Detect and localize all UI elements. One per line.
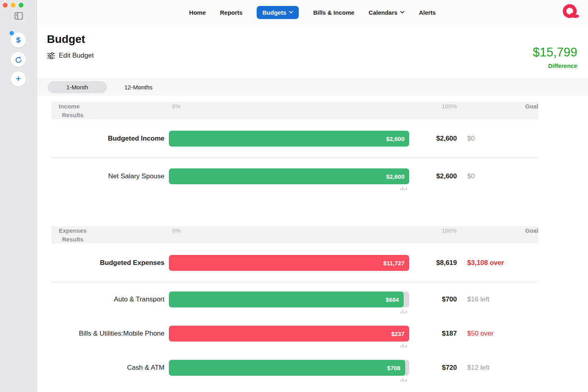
mini-bar-chart-icon[interactable] — [400, 343, 408, 348]
nav-home-label: Home — [189, 9, 206, 16]
bar-value: $2,600 — [386, 135, 404, 142]
sidebar-toggle-icon[interactable] — [14, 12, 23, 20]
col-header-100pct: 100% — [409, 227, 457, 234]
difference-summary: $15,799 Difference — [533, 45, 577, 69]
mini-bar-chart-icon[interactable] — [400, 185, 408, 190]
bar-value: $708 — [387, 365, 400, 371]
progress-track: $708 — [169, 360, 409, 376]
bar-value: $2,600 — [386, 173, 404, 180]
col-header-goal: Goal — [457, 103, 538, 110]
section-header: Expenses0%100%GoalResults — [52, 226, 538, 243]
chevron-down-icon — [400, 11, 404, 14]
expenses-section: Expenses0%100%GoalResultsBudgeted Expens… — [52, 226, 538, 385]
row-label: Bills & Utilities:Mobile Phone — [52, 330, 169, 338]
bar-value: $237 — [391, 330, 404, 337]
row-label: Budgeted Expenses — [52, 259, 169, 267]
nav-reports-label: Reports — [220, 9, 243, 16]
progress-track: $11,727 — [169, 255, 409, 271]
add-button[interactable]: + — [11, 71, 26, 87]
section-name: Expenses — [52, 227, 169, 234]
nav-budgets-label: Budgets — [262, 9, 286, 16]
refresh-icon — [15, 56, 22, 64]
period-tabs: 1-Month 12-Months — [37, 79, 588, 95]
tab-12-months[interactable]: 12-Months — [124, 84, 153, 91]
budget-row[interactable]: Cash & ATM$708$720$12 left — [52, 351, 538, 385]
quicken-logo-icon — [562, 4, 579, 21]
results-value: $16 left — [457, 295, 538, 303]
window-controls — [3, 3, 23, 8]
zoom-window-button[interactable] — [19, 3, 23, 8]
budget-row[interactable]: Bills & Utilities:Mobile Phone$237$187$5… — [52, 317, 538, 351]
goal-value: $2,600 — [409, 135, 457, 143]
dollar-icon: $ — [16, 36, 21, 44]
results-value: $0 — [457, 135, 538, 143]
progress-track: $2,600 — [169, 168, 409, 184]
nav-alerts-label: Alerts — [419, 9, 436, 16]
page-title: Budget — [47, 33, 85, 46]
main-nav: Home Reports Budgets Bills & Income Cale… — [189, 6, 436, 19]
budget-row[interactable]: Budgeted Expenses$11,727$8,619$3,108 ove… — [52, 243, 538, 282]
row-label: Budgeted Income — [52, 135, 169, 143]
progress-cell: $684 — [169, 282, 409, 317]
section-name: Income — [52, 103, 169, 110]
titlebar-corner — [0, 0, 37, 25]
row-label: Cash & ATM — [52, 364, 169, 372]
progress-bar: $2,600 — [169, 131, 409, 147]
nav-bills-income-label: Bills & Income — [313, 9, 354, 16]
col-header-0pct: 0% — [169, 103, 409, 110]
tab-1-month[interactable]: 1-Month — [48, 81, 107, 93]
bar-value: $684 — [386, 296, 399, 303]
results-value: $50 over — [457, 330, 538, 338]
nav-budgets[interactable]: Budgets — [257, 6, 299, 19]
chevron-down-icon — [289, 11, 293, 14]
results-value: $0 — [457, 172, 538, 180]
mini-bar-chart-icon[interactable] — [400, 309, 408, 313]
nav-calendars-label: Calendars — [369, 9, 398, 16]
budget-row[interactable]: Auto & Transport$684$700$16 left — [52, 282, 538, 317]
budget-page: Budget Edit Budget $15,799 Difference 1-… — [37, 25, 588, 392]
nav-reports[interactable]: Reports — [220, 9, 243, 16]
edit-budget-button[interactable]: Edit Budget — [47, 52, 94, 60]
col-header-100pct: 100% — [409, 103, 457, 110]
sliders-icon — [47, 52, 55, 60]
nav-alerts[interactable]: Alerts — [419, 9, 436, 16]
progress-bar: $2,600 — [169, 168, 409, 184]
row-label: Auto & Transport — [52, 295, 169, 303]
progress-cell: $237 — [169, 317, 409, 351]
goal-value: $8,619 — [409, 259, 457, 267]
difference-label: Difference — [533, 62, 577, 69]
progress-track: $2,600 — [169, 131, 409, 147]
sync-refresh-button[interactable] — [11, 52, 26, 67]
col-header-0pct: 0% — [169, 227, 409, 234]
progress-cell: $11,727 — [169, 243, 409, 282]
progress-track: $237 — [169, 326, 409, 342]
budget-row[interactable]: Budgeted Income$2,600$2,600$0 — [52, 119, 538, 158]
nav-bills-income[interactable]: Bills & Income — [313, 9, 354, 16]
minimize-window-button[interactable] — [11, 3, 15, 8]
nav-home[interactable]: Home — [189, 9, 206, 16]
nav-calendars[interactable]: Calendars — [369, 9, 405, 16]
progress-bar: $708 — [169, 360, 405, 376]
app-window: Home Reports Budgets Bills & Income Cale… — [0, 0, 588, 392]
progress-cell: $708 — [169, 351, 409, 385]
section-header: Income0%100%GoalResults — [52, 102, 538, 119]
col-header-goal: Goal — [457, 227, 538, 234]
progress-bar: $237 — [169, 326, 409, 342]
plus-icon: + — [15, 74, 21, 83]
goal-value: $700 — [409, 295, 457, 303]
progress-bar: $11,727 — [169, 255, 409, 271]
top-navigation-bar: Home Reports Budgets Bills & Income Cale… — [37, 0, 588, 25]
close-window-button[interactable] — [3, 3, 8, 8]
mini-bar-chart-icon[interactable] — [400, 377, 408, 382]
progress-track: $684 — [169, 292, 409, 307]
bar-value: $11,727 — [383, 259, 404, 266]
difference-value: $15,799 — [533, 45, 577, 60]
goal-value: $720 — [409, 364, 457, 372]
goal-value: $187 — [409, 330, 457, 338]
sidebar: $ + — [0, 25, 37, 392]
accounts-dollar-button[interactable]: $ — [11, 33, 26, 48]
progress-bar: $684 — [169, 292, 404, 307]
results-value: $3,108 over — [457, 259, 538, 267]
col-header-results: Results — [52, 236, 169, 243]
budget-row[interactable]: Net Salary Spouse$2,600$2,600$0 — [52, 158, 538, 195]
